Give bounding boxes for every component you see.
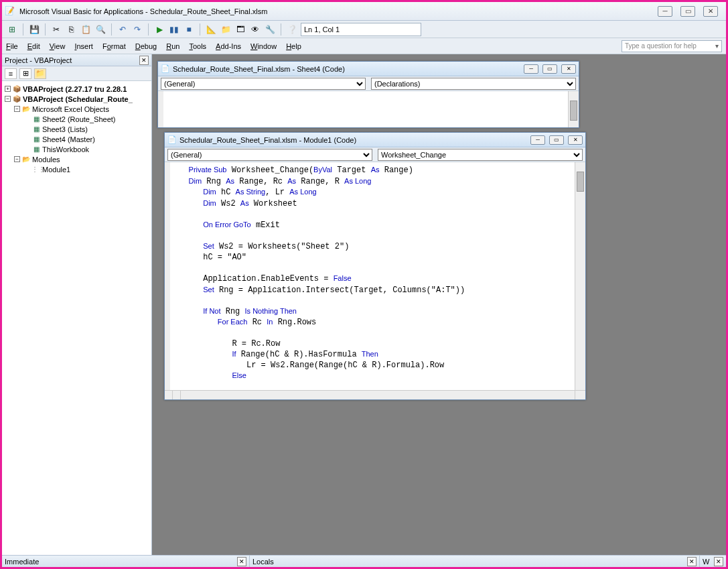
horizontal-scrollbar[interactable] [181, 391, 575, 399]
code-icon: 📄 [167, 135, 177, 144]
locals-title: Locals [252, 558, 274, 566]
help-button[interactable]: ❔ [286, 23, 298, 36]
find-button[interactable]: 🔍 [94, 23, 106, 36]
menu-insert[interactable]: Insert [74, 42, 93, 50]
watch-window: W✕ [699, 556, 726, 569]
app-title: Microsoft Visual Basic for Applications … [19, 7, 267, 15]
project-tree[interactable]: +📦VBAProject (2.27.17 tru 2.28.1 −📦VBAPr… [2, 81, 151, 555]
menu-tools[interactable]: Tools [189, 42, 206, 50]
immediate-title: Immediate [5, 558, 39, 566]
project-explorer-button[interactable]: 📁 [220, 23, 232, 36]
collapse-icon[interactable]: − [5, 96, 11, 102]
code-window-title: Schedular_Route_Sheet_Final.xlsm - Sheet… [173, 65, 345, 73]
panel-close-button[interactable]: ✕ [139, 56, 149, 65]
object-dropdown[interactable]: (General) [161, 78, 366, 90]
break-button[interactable]: ▮▮ [168, 23, 180, 36]
menu-debug[interactable]: Debug [135, 42, 157, 50]
project-title: Project - VBAProject [5, 56, 72, 64]
tree-sheet2[interactable]: Sheet2 (Route_Sheet) [42, 115, 115, 123]
menu-addins[interactable]: Add-Ins [216, 42, 241, 50]
vertical-scrollbar[interactable] [568, 91, 579, 127]
menu-run[interactable]: Run [166, 42, 179, 50]
redo-button[interactable]: ↷ [131, 23, 143, 36]
vertical-scrollbar[interactable] [575, 162, 585, 390]
help-search-input[interactable]: Type a question for help [622, 40, 722, 52]
save-button[interactable]: 💾 [28, 23, 40, 36]
collapse-icon[interactable]: − [14, 106, 20, 112]
menu-help[interactable]: Help [286, 42, 301, 50]
panel-close-button[interactable]: ✕ [687, 557, 697, 566]
menu-window[interactable]: Window [250, 42, 277, 50]
child-close-button[interactable]: ✕ [561, 64, 576, 74]
object-dropdown[interactable]: (General) [167, 149, 372, 161]
code-window-sheet4: 📄 Schedular_Route_Sheet_Final.xlsm - She… [157, 61, 579, 128]
immediate-window: Immediate✕ [2, 556, 250, 569]
menu-file[interactable]: File [6, 42, 18, 50]
minimize-button[interactable]: ─ [658, 6, 672, 17]
toolbar: ⊞ 💾 ✂ ⎘ 📋 🔍 ↶ ↷ ▶ ▮▮ ■ 📐 📁 🗔 👁 🔧 ❔ [2, 21, 726, 38]
toolbox-button[interactable]: 🔧 [264, 23, 276, 36]
titlebar: 📝 Microsoft Visual Basic for Application… [2, 2, 726, 21]
tree-project-1[interactable]: VBAProject (2.27.17 tru 2.28.1 [23, 85, 127, 93]
watch-title: W [703, 558, 709, 566]
code-window-module1: 📄 Schedular_Route_Sheet_Final.xlsm - Mod… [164, 132, 586, 400]
paste-button[interactable]: 📋 [80, 23, 92, 36]
menu-edit[interactable]: Edit [27, 42, 40, 50]
panel-close-button[interactable]: ✕ [237, 557, 246, 566]
tree-sheet4[interactable]: Sheet4 (Master) [42, 135, 95, 143]
tree-thisworkbook[interactable]: ThisWorkbook [42, 145, 89, 153]
child-maximize-button[interactable]: ▭ [549, 135, 564, 145]
tree-sheet3[interactable]: Sheet3 (Lists) [42, 125, 88, 133]
menubar: File Edit View Insert Format Debug Run T… [2, 38, 726, 54]
child-close-button[interactable]: ✕ [568, 135, 583, 145]
menu-view[interactable]: View [50, 42, 66, 50]
cut-button[interactable]: ✂ [50, 23, 62, 36]
position-indicator [301, 23, 421, 36]
panel-close-button[interactable]: ✕ [714, 557, 723, 566]
procedure-dropdown[interactable]: (Declarations) [371, 78, 576, 90]
reset-button[interactable]: ■ [183, 23, 195, 36]
run-button[interactable]: ▶ [153, 23, 165, 36]
view-code-button[interactable]: ≡ [5, 68, 17, 79]
code-editor[interactable] [163, 91, 568, 127]
child-minimize-button[interactable]: ─ [530, 135, 545, 145]
object-browser-button[interactable]: 👁 [249, 23, 261, 36]
properties-button[interactable]: 🗔 [234, 23, 246, 36]
vb-icon: 📝 [5, 6, 15, 17]
project-header: Project - VBAProject ✕ [2, 54, 151, 66]
tree-module1[interactable]: Module1 [42, 166, 70, 174]
tree-folder-objects[interactable]: Microsoft Excel Objects [32, 105, 109, 113]
mdi-area: 📄 Schedular_Route_Sheet_Final.xlsm - She… [152, 54, 726, 555]
copy-button[interactable]: ⎘ [65, 23, 77, 36]
design-mode-button[interactable]: 📐 [205, 23, 217, 36]
full-module-view-button[interactable] [173, 391, 181, 399]
close-button[interactable]: ✕ [703, 6, 718, 17]
maximize-button[interactable]: ▭ [680, 6, 695, 17]
collapse-icon[interactable]: − [14, 156, 20, 162]
window-controls: ─ ▭ ✕ [658, 6, 723, 17]
locals-window: Locals✕ <Ready>... Expression Value Type [250, 556, 699, 569]
excel-icon[interactable]: ⊞ [6, 23, 18, 36]
tree-folder-modules[interactable]: Modules [32, 155, 60, 164]
view-object-button[interactable]: ⊞ [19, 68, 31, 79]
menu-format[interactable]: Format [102, 42, 126, 50]
tree-project-2[interactable]: VBAProject (Schedular_Route_ [23, 95, 133, 103]
expand-icon[interactable]: + [5, 86, 11, 92]
child-maximize-button[interactable]: ▭ [542, 64, 557, 74]
child-minimize-button[interactable]: ─ [524, 64, 538, 74]
code-icon: 📄 [161, 64, 170, 73]
code-editor[interactable]: Private Sub Worksheet_Change(ByVal Targe… [170, 162, 575, 390]
folder-toggle-button[interactable]: 📁 [34, 68, 46, 79]
procedure-view-button[interactable] [165, 391, 173, 399]
project-toolbar: ≡ ⊞ 📁 [2, 66, 151, 81]
project-explorer: Project - VBAProject ✕ ≡ ⊞ 📁 +📦VBAProjec… [2, 54, 152, 555]
undo-button[interactable]: ↶ [117, 23, 129, 36]
procedure-dropdown[interactable]: Worksheet_Change [378, 149, 583, 161]
code-window-title: Schedular_Route_Sheet_Final.xlsm - Modul… [179, 136, 356, 144]
